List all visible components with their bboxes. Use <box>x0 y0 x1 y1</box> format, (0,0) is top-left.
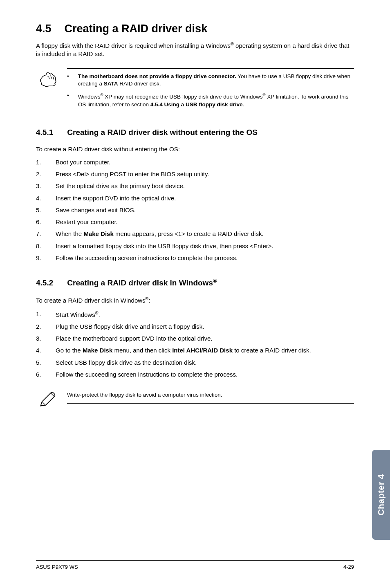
note-bold-sata: SATA <box>104 81 118 87</box>
list-text-a: Go to the <box>56 347 83 354</box>
list-item: 2.Press <Del> during POST to enter the B… <box>36 170 354 178</box>
tip-text: Write-protect the floppy disk to avoid a… <box>67 391 352 399</box>
list-text: Follow the succeeding screen instruction… <box>56 370 354 379</box>
tip-body: Write-protect the floppy disk to avoid a… <box>67 387 354 404</box>
list-text: Insert the support DVD into the optical … <box>56 194 354 202</box>
list-number: 3. <box>36 182 44 190</box>
section-heading: 4.5Creating a RAID driver disk <box>36 22 354 35</box>
subsection-452-heading: 4.5.2Creating a RAID driver disk in Wind… <box>36 278 354 287</box>
note-body: • The motherboard does not provide a flo… <box>67 68 354 113</box>
list-text-a: Start Windows <box>56 311 95 318</box>
list-item: 6.Restart your computer. <box>36 218 354 226</box>
note-text-2b: XP may not recognize the USB floppy disk… <box>103 94 262 100</box>
list-number: 4. <box>36 346 44 355</box>
intro-paragraph: A floppy disk with the RAID driver is re… <box>36 41 354 58</box>
list-item: 3.Set the optical drive as the primary b… <box>36 182 354 190</box>
subsection-452-lead: To create a RAID driver disk in Windows®… <box>36 296 354 305</box>
chapter-tab: Chapter 4 <box>372 450 390 540</box>
list-text: Boot your computer. <box>56 158 354 166</box>
hand-note-icon <box>38 68 58 90</box>
list-item: 2.Plug the USB floppy disk drive and ins… <box>36 323 354 331</box>
note-text-1b: RAID driver disk. <box>118 81 161 87</box>
list-number: 5. <box>36 359 44 367</box>
registered-mark: ® <box>231 41 234 46</box>
list-text-b: menu, and then click <box>112 347 172 354</box>
list-number: 5. <box>36 206 44 214</box>
list-item: 9.Follow the succeeding screen instructi… <box>36 254 354 262</box>
list-item: 5.Select USB floppy disk drive as the de… <box>36 359 354 367</box>
note-text-2d: . <box>243 101 244 108</box>
list-item: 4.Go to the Make Disk menu, and then cli… <box>36 346 354 355</box>
note-text-2a: Windows <box>78 94 101 100</box>
list-number: 1. <box>36 310 44 319</box>
note-bullet-1-text: The motherboard does not provide a flopp… <box>78 73 352 88</box>
list-item: 1.Boot your computer. <box>36 158 354 166</box>
bullet-mark: • <box>67 92 69 108</box>
note-bold-2: 4.5.4 Using a USB floppy disk drive <box>150 101 243 108</box>
intro-text-1: A floppy disk with the RAID driver is re… <box>36 42 231 49</box>
note-block: • The motherboard does not provide a flo… <box>38 68 354 113</box>
list-number: 2. <box>36 170 44 178</box>
page-footer: ASUS P9X79 WS 4-29 <box>36 560 354 570</box>
list-item: 3.Place the motherboard support DVD into… <box>36 334 354 343</box>
list-number: 7. <box>36 230 44 238</box>
list-text-b: . <box>98 311 100 318</box>
registered-mark: ® <box>213 278 217 284</box>
list-text: Save changes and exit BIOS. <box>56 206 354 214</box>
list-text: Select USB floppy disk drive as the dest… <box>56 359 354 367</box>
lead-text-b: : <box>148 297 150 304</box>
list-text-bold2: Intel AHCI/RAID Disk <box>172 347 233 354</box>
list-number: 3. <box>36 334 44 343</box>
list-text: Restart your computer. <box>56 218 354 226</box>
list-text-bold: Make Disk <box>83 230 113 237</box>
list-text: Place the motherboard support DVD into t… <box>56 334 354 343</box>
list-text: Plug the USB floppy disk drive and inser… <box>56 323 354 331</box>
list-text: When the Make Disk menu appears, press <… <box>56 230 354 238</box>
list-item: 1.Start Windows®. <box>36 310 354 319</box>
section-title-text: Creating a RAID driver disk <box>65 22 208 35</box>
subsection-title-a: Creating a RAID driver disk in Windows <box>67 278 213 287</box>
list-item: 5.Save changes and exit BIOS. <box>36 206 354 214</box>
subsection-451-heading: 4.5.1Creating a RAID driver disk without… <box>36 128 354 137</box>
list-text: Follow the succeeding screen instruction… <box>56 254 354 262</box>
list-text-bold1: Make Disk <box>83 347 112 354</box>
note-bullet-1: • The motherboard does not provide a flo… <box>67 73 352 88</box>
footer-left: ASUS P9X79 WS <box>36 564 78 570</box>
list-text: Press <Del> during POST to enter the BIO… <box>56 170 354 178</box>
list-number: 9. <box>36 254 44 262</box>
list-text-c: to create a RAID driver disk. <box>233 347 311 354</box>
section-number: 4.5 <box>36 22 52 35</box>
footer-right: 4-29 <box>343 564 354 570</box>
subsection-451-lead: To create a RAID driver disk without ent… <box>36 145 354 153</box>
list-number: 2. <box>36 323 44 331</box>
list-number: 6. <box>36 218 44 226</box>
list-item: 6.Follow the succeeding screen instructi… <box>36 370 354 379</box>
list-text: Go to the Make Disk menu, and then click… <box>56 346 354 355</box>
bullet-mark: • <box>67 73 69 88</box>
list-text-b: menu appears, press <1> to create a RAID… <box>114 230 264 237</box>
chapter-tab-label: Chapter 4 <box>376 474 386 515</box>
subsection-number: 4.5.2 <box>36 278 53 287</box>
list-number: 4. <box>36 194 44 202</box>
pencil-tip-icon <box>38 387 58 410</box>
list-text-a: When the <box>56 230 83 237</box>
lead-text-a: To create a RAID driver disk in Windows <box>36 297 146 304</box>
note-bullet-2: • Windows® XP may not recognize the USB … <box>67 92 352 108</box>
tip-block: Write-protect the floppy disk to avoid a… <box>38 387 354 410</box>
list-item: 7.When the Make Disk menu appears, press… <box>36 230 354 238</box>
list-text: Insert a formatted floppy disk into the … <box>56 242 354 250</box>
note-bold-1: The motherboard does not provide a flopp… <box>78 73 236 79</box>
list-item: 4.Insert the support DVD into the optica… <box>36 194 354 202</box>
subsection-number: 4.5.1 <box>36 128 53 137</box>
subsection-title: Creating a RAID driver disk without ente… <box>67 128 258 137</box>
list-text: Start Windows®. <box>56 310 354 319</box>
list-number: 1. <box>36 158 44 166</box>
list-number: 6. <box>36 370 44 379</box>
list-number: 8. <box>36 242 44 250</box>
list-item: 8.Insert a formatted floppy disk into th… <box>36 242 354 250</box>
list-text: Set the optical drive as the primary boo… <box>56 182 354 190</box>
note-bullet-2-text: Windows® XP may not recognize the USB fl… <box>78 92 352 108</box>
